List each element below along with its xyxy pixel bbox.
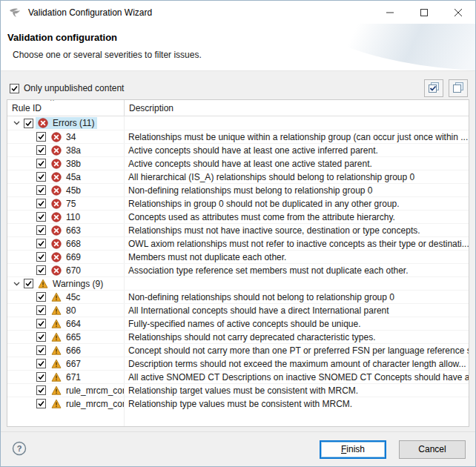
help-button[interactable]: ?: [10, 440, 28, 458]
rule-description: All active SNOMED CT Descriptions on ina…: [125, 371, 469, 383]
row-checkbox[interactable]: [36, 225, 46, 235]
row-checkbox[interactable]: [36, 145, 46, 155]
error-icon: [51, 145, 62, 156]
row-checkbox[interactable]: [36, 185, 46, 195]
table-row[interactable]: 665Relationships should not carry deprec…: [7, 330, 469, 343]
rule-description: All hierarchical (IS_A) relationships sh…: [125, 170, 469, 183]
page-subtitle: Choose one or several severities to filt…: [1, 43, 475, 60]
row-checkbox[interactable]: [36, 132, 46, 142]
table-row[interactable]: 34Relationships must be unique within a …: [7, 130, 469, 143]
row-checkbox[interactable]: [36, 372, 46, 382]
deselect-all-button[interactable]: [449, 79, 468, 97]
row-checkbox[interactable]: [36, 239, 46, 248]
error-icon: [51, 172, 62, 182]
rule-description: Concept should not carry more than one P…: [125, 344, 469, 357]
table-row[interactable]: 75Relationships in group 0 should not be…: [7, 196, 469, 210]
table-row[interactable]: 110Concepts used as attributes must come…: [7, 210, 469, 223]
table-row[interactable]: 38bActive concepts should have at least …: [7, 156, 469, 170]
table-row[interactable]: 45cNon-defining relationships should not…: [7, 290, 469, 303]
table-row[interactable]: rule_mrcm_conRelationship target values …: [7, 383, 469, 397]
row-checkbox[interactable]: [36, 345, 46, 355]
warning-icon: [51, 292, 62, 302]
rule-id: 664: [66, 319, 81, 329]
only-unpublished-checkbox[interactable]: [10, 84, 19, 93]
rule-id: 667: [66, 359, 81, 369]
rule-id: 80: [66, 305, 76, 316]
table-row[interactable]: 670Association type reference set member…: [7, 263, 469, 276]
group-label-wrap[interactable]: Warnings (9): [36, 278, 106, 290]
rule-id: 110: [66, 212, 80, 222]
table-row[interactable]: 80All International concepts should have…: [7, 303, 469, 317]
row-checkbox[interactable]: [36, 305, 46, 315]
dialog-buttons: Finish Cancel: [320, 440, 466, 459]
error-icon: [38, 118, 48, 128]
chevron-down-icon[interactable]: [10, 117, 22, 129]
row-checkbox[interactable]: [24, 119, 33, 128]
titlebar: Validation Configuration Wizard: [1, 1, 475, 24]
close-icon[interactable]: [441, 1, 475, 24]
rule-id: 34: [66, 132, 76, 142]
rule-id: 665: [66, 332, 81, 342]
rule-id: 45a: [66, 172, 81, 182]
row-checkbox[interactable]: [36, 172, 46, 182]
table-row[interactable]: 38aActive concepts should have at least …: [7, 143, 469, 156]
table-row[interactable]: rule_mrcm_conRelationship type values mu…: [7, 397, 469, 410]
row-checkbox[interactable]: [36, 199, 46, 208]
warning-icon: [51, 319, 62, 329]
row-checkbox[interactable]: [36, 385, 46, 395]
minimize-icon[interactable]: [373, 1, 407, 24]
table-row[interactable]: 669Members must not duplicate each other…: [7, 250, 469, 263]
cancel-button[interactable]: Cancel: [399, 440, 466, 459]
chevron-down-icon[interactable]: [10, 278, 22, 290]
rule-id: 671: [66, 372, 81, 382]
only-unpublished-label: Only unpublished content: [24, 83, 124, 93]
rule-description: Active concepts should have at least one…: [125, 144, 469, 156]
table-row[interactable]: 667Description terms should not exceed t…: [7, 357, 469, 370]
uncheck-all-icon: [452, 82, 464, 96]
table-row[interactable]: 45bNon-defining relationships must belon…: [7, 183, 469, 196]
table-body: Errors (11)34Relationships must be uniqu…: [7, 116, 469, 426]
rule-id: rule_mrcm_con: [66, 399, 125, 409]
error-icon: [51, 159, 62, 169]
row-checkbox[interactable]: [36, 265, 46, 275]
rule-description: Members must not duplicate each other.: [125, 251, 469, 263]
warning-icon: [51, 399, 62, 409]
row-checkbox[interactable]: [36, 252, 46, 262]
table-row-group[interactable]: Errors (11): [7, 116, 469, 130]
table-row[interactable]: 666Concept should not carry more than on…: [7, 343, 469, 357]
table-row[interactable]: 671All active SNOMED CT Descriptions on …: [7, 370, 469, 383]
error-icon: [51, 265, 62, 276]
row-checkbox[interactable]: [36, 159, 46, 168]
table-row[interactable]: 663Relationships must not have inactive …: [7, 223, 469, 236]
rule-description: Relationship type values must be consist…: [125, 397, 469, 410]
row-checkbox[interactable]: [36, 332, 46, 342]
rules-table: Rule ID ^ Description Errors (11)34Relat…: [7, 99, 469, 427]
warning-icon: [51, 305, 62, 316]
row-checkbox[interactable]: [24, 279, 33, 288]
rule-id: 38a: [66, 145, 81, 156]
row-checkbox[interactable]: [36, 292, 46, 302]
rule-description: Concepts used as attributes must come fr…: [125, 211, 469, 223]
window-title: Validation Configuration Wizard: [28, 7, 152, 18]
row-checkbox[interactable]: [36, 399, 46, 408]
table-row[interactable]: 45aAll hierarchical (IS_A) relationships…: [7, 170, 469, 183]
warning-icon: [51, 345, 62, 356]
error-icon: [51, 239, 62, 249]
row-checkbox[interactable]: [36, 319, 46, 328]
rule-description: Relationship target values must be consi…: [125, 384, 469, 397]
finish-button[interactable]: Finish: [320, 440, 386, 459]
column-label: Rule ID: [12, 103, 42, 113]
group-label-wrap[interactable]: Errors (11): [36, 117, 97, 129]
maximize-icon[interactable]: [407, 1, 441, 24]
column-header-description[interactable]: Description: [125, 100, 469, 116]
row-checkbox[interactable]: [36, 212, 46, 222]
rule-id: 666: [66, 345, 81, 356]
column-header-rule-id[interactable]: Rule ID ^: [7, 100, 125, 116]
table-row-group[interactable]: Warnings (9): [7, 276, 469, 290]
warning-icon: [51, 385, 62, 396]
row-checkbox[interactable]: [36, 359, 46, 368]
table-row[interactable]: 664Fully-specified names of active conce…: [7, 317, 469, 330]
error-icon: [51, 132, 62, 142]
select-all-button[interactable]: [424, 79, 443, 97]
table-row[interactable]: 668OWL axiom relationships must not refe…: [7, 236, 469, 250]
